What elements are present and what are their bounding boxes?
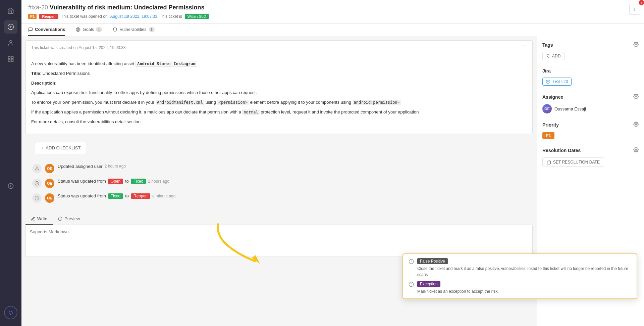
tab-preview[interactable]: Preview xyxy=(53,214,85,225)
priority-badge-right: P1 xyxy=(542,132,554,139)
assignee-settings-btn[interactable] xyxy=(633,94,639,100)
tab-write[interactable]: Write xyxy=(25,214,53,225)
tags-title: Tags xyxy=(542,42,553,48)
tab-vulnerabilities[interactable]: Vulnerabilities 1 xyxy=(113,24,155,36)
activity-label-1: Updated assigned user xyxy=(58,164,103,169)
ticket-header: #ixa-20 Vulnerability of risk medium: Un… xyxy=(21,0,644,24)
sidebar-user-icon[interactable] xyxy=(4,36,17,50)
svg-point-18 xyxy=(635,44,637,45)
false-positive-desc: Close the ticket and mark it as a false … xyxy=(417,266,631,278)
priority-title: Priority xyxy=(542,122,559,128)
header-meta: P1 Reopen This ticket was opened on Augu… xyxy=(28,14,637,19)
resolution-section: Resolution Dates SET RESOLUTION DATE xyxy=(542,147,639,167)
jira-header: Jira xyxy=(542,68,639,74)
set-resolution-btn[interactable]: SET RESOLUTION DATE xyxy=(542,157,604,167)
add-checklist-label: ADD CHECKLIST xyxy=(46,145,80,150)
priority-section: Priority P1 xyxy=(542,122,639,139)
exception-label: Exception xyxy=(417,281,440,287)
status-from-open: Open xyxy=(108,179,123,184)
meta-date: August 1st 2022, 19:03:33 xyxy=(110,14,157,19)
add-checklist-container: + ADD CHECKLIST xyxy=(25,138,533,158)
activity-label-3: Status was updated from xyxy=(58,193,106,198)
svg-rect-5 xyxy=(11,57,13,59)
activity-to-text: to xyxy=(125,179,129,184)
exception-content: Exception Mark ticket as an exception to… xyxy=(417,281,631,294)
svg-point-22 xyxy=(635,149,637,150)
activity-time-3: a minute ago xyxy=(152,194,175,198)
svg-rect-6 xyxy=(8,60,10,62)
activity-section: OE Updated assigned user 2 hours ago xyxy=(21,161,537,211)
content-line-4: Applications can expose their functional… xyxy=(31,89,527,96)
activity-text-2: Status was updated from Open to Fixed 2 … xyxy=(58,179,169,184)
ticket-menu-btn[interactable]: ⋮ xyxy=(521,44,527,51)
plus-icon: + xyxy=(41,145,44,151)
preview-tab-label: Preview xyxy=(64,216,80,221)
tags-add-label: ADD xyxy=(552,54,560,58)
activity-time-1: 2 hours ago xyxy=(105,164,126,169)
jira-ticket-badge[interactable]: TEST-23 xyxy=(542,78,572,86)
sidebar-equalizer-icon[interactable] xyxy=(4,179,17,193)
ticket-body: This ticket was created on August 1st 20… xyxy=(25,40,533,134)
priority-settings-btn[interactable] xyxy=(633,122,639,128)
assignee-row: OE Oussama Essaji xyxy=(542,104,639,113)
activity-time-2: 2 hours ago xyxy=(148,179,169,184)
sidebar-home-icon[interactable] xyxy=(4,4,17,17)
tab-bar: Conversations Goals 1 Vulnerabilities 1 xyxy=(21,24,644,36)
activity-icon-3 xyxy=(32,193,42,203)
add-checklist-button[interactable]: + ADD CHECKLIST xyxy=(35,142,86,154)
assignee-title: Assignee xyxy=(542,94,563,100)
tags-add-btn[interactable]: ADD xyxy=(542,52,565,60)
svg-point-20 xyxy=(635,96,637,97)
activity-text-3: Status was updated from Fixed to Reopen … xyxy=(58,193,175,199)
svg-point-3 xyxy=(10,41,12,43)
svg-rect-4 xyxy=(8,57,10,59)
slo-badge: Within-SLO xyxy=(185,14,209,19)
content-line-5: To enforce your own permission, you must… xyxy=(31,99,527,106)
tooltip-popup: False Positive Close the ticket and mark… xyxy=(402,253,637,299)
tags-section: Tags ADD xyxy=(542,42,639,60)
svg-rect-7 xyxy=(11,60,13,62)
tags-settings-btn[interactable] xyxy=(633,42,639,48)
assignee-avatar: OE xyxy=(542,104,552,113)
code-androidmanifest: AndroidManifest.xml xyxy=(156,100,204,105)
false-positive-row: False Positive Close the ticket and mark… xyxy=(409,258,631,278)
asset-tag: Android Store: Instagram xyxy=(136,61,197,67)
jira-ticket-label: TEST-23 xyxy=(552,79,568,84)
resolution-title: Resolution Dates xyxy=(542,148,581,153)
activity-text-1: Updated assigned user 2 hours ago xyxy=(58,164,126,169)
sidebar: ⬡ 4 xyxy=(0,0,21,326)
info-icon xyxy=(409,259,414,265)
exception-desc: Mark ticket as an exception to accept th… xyxy=(417,288,631,294)
meta-text1: This ticket was opened on xyxy=(61,14,108,19)
ticket-body-content: A new vulnerability has been identified … xyxy=(26,55,532,134)
jira-title: Jira xyxy=(542,68,551,74)
tab-goals[interactable]: Goals 1 xyxy=(76,24,102,36)
up-arrow-icon: ↑ xyxy=(634,7,636,12)
code-normal: normal xyxy=(242,109,259,115)
assignee-section: Assignee OE Oussama Essaji xyxy=(542,94,639,113)
tab-conversations-label: Conversations xyxy=(35,27,65,32)
page-title: #ixa-20 Vulnerability of risk medium: Un… xyxy=(28,4,637,11)
tab-vulnerabilities-label: Vulnerabilities xyxy=(119,27,146,32)
markdown-textarea[interactable] xyxy=(26,225,532,255)
content-line-3: Description: xyxy=(31,80,527,87)
false-positive-label: False Positive xyxy=(417,258,448,264)
content-line-7: For more details, consult the vulnerabil… xyxy=(31,119,527,126)
activity-avatar-1: OE xyxy=(45,164,54,173)
info-icon-2 xyxy=(409,282,414,288)
activity-icon-2 xyxy=(32,179,42,188)
scroll-top-button[interactable]: ↑ xyxy=(629,4,640,15)
reopen-badge-header[interactable]: Reopen xyxy=(39,14,58,19)
resolution-header: Resolution Dates xyxy=(542,147,639,153)
activity-item-3: OE Status was updated from Fixed to Reop… xyxy=(25,193,533,203)
tab-goals-count: 1 xyxy=(96,27,102,32)
write-preview-tabbar: Write Preview xyxy=(25,214,533,225)
sidebar-logo[interactable]: ⬡ 4 xyxy=(4,306,17,319)
svg-rect-23 xyxy=(547,161,551,164)
sidebar-grid-icon[interactable] xyxy=(4,52,17,66)
write-tab-label: Write xyxy=(37,216,47,221)
assignee-header: Assignee xyxy=(542,94,639,100)
tab-conversations[interactable]: Conversations xyxy=(28,24,65,36)
sidebar-circle-icon[interactable] xyxy=(4,20,17,34)
resolution-settings-btn[interactable] xyxy=(633,147,639,153)
